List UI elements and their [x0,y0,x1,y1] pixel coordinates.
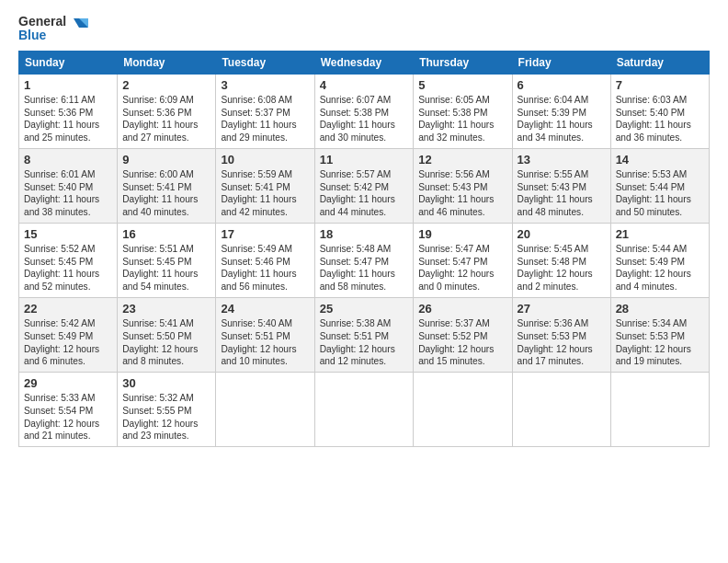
day-info: Sunrise: 5:57 AM Sunset: 5:42 PM Dayligh… [320,168,409,219]
day-number: 13 [518,153,606,167]
day-number: 26 [418,302,506,316]
calendar-cell: 15 Sunrise: 5:52 AM Sunset: 5:45 PM Dayl… [19,223,118,297]
calendar-cell: 28 Sunrise: 5:34 AM Sunset: 5:53 PM Dayl… [610,297,709,372]
day-number: 15 [24,227,112,241]
day-info: Sunrise: 6:00 AM Sunset: 5:41 PM Dayligh… [122,168,210,219]
calendar-cell: 22 Sunrise: 5:42 AM Sunset: 5:49 PM Dayl… [19,297,118,372]
calendar-cell: 18 Sunrise: 5:48 AM Sunset: 5:47 PM Dayl… [314,223,414,297]
day-number: 21 [616,227,704,241]
day-number: 1 [24,78,112,92]
calendar-cell: 19 Sunrise: 5:47 AM Sunset: 5:47 PM Dayl… [414,223,512,297]
day-info: Sunrise: 6:07 AM Sunset: 5:38 PM Dayligh… [320,94,409,144]
calendar-cell: 25 Sunrise: 5:38 AM Sunset: 5:51 PM Dayl… [314,297,414,372]
day-info: Sunrise: 5:53 AM Sunset: 5:44 PM Dayligh… [616,168,704,219]
weekday-header-sunday: Sunday [19,51,118,74]
day-info: Sunrise: 5:40 AM Sunset: 5:51 PM Dayligh… [221,317,309,368]
calendar-week-2: 8 Sunrise: 6:01 AM Sunset: 5:40 PM Dayli… [19,148,710,223]
day-number: 20 [518,227,606,241]
day-number: 3 [221,78,309,92]
day-number: 27 [518,302,606,316]
day-number: 19 [418,227,506,241]
day-info: Sunrise: 5:36 AM Sunset: 5:53 PM Dayligh… [518,317,606,368]
calendar-cell: 2 Sunrise: 6:09 AM Sunset: 5:36 PM Dayli… [118,74,216,148]
day-info: Sunrise: 6:05 AM Sunset: 5:38 PM Dayligh… [418,94,506,144]
calendar-cell: 27 Sunrise: 5:36 AM Sunset: 5:53 PM Dayl… [512,297,610,372]
logo-container: General Blue [18,15,88,43]
calendar-cell: 20 Sunrise: 5:45 AM Sunset: 5:48 PM Dayl… [512,223,610,297]
calendar-cell [610,373,709,447]
day-number: 30 [122,376,210,390]
day-number: 17 [221,227,309,241]
day-number: 5 [418,78,506,92]
day-info: Sunrise: 5:38 AM Sunset: 5:51 PM Dayligh… [320,317,409,368]
day-info: Sunrise: 5:51 AM Sunset: 5:45 PM Dayligh… [122,243,210,293]
calendar-cell: 6 Sunrise: 6:04 AM Sunset: 5:39 PM Dayli… [512,74,610,148]
day-info: Sunrise: 6:11 AM Sunset: 5:36 PM Dayligh… [24,94,112,144]
logo-text-block: General Blue [18,15,66,43]
day-info: Sunrise: 5:33 AM Sunset: 5:54 PM Dayligh… [24,392,112,442]
day-number: 22 [24,302,112,316]
calendar-week-1: 1 Sunrise: 6:11 AM Sunset: 5:36 PM Dayli… [19,74,710,148]
logo: General Blue [18,15,88,43]
calendar-week-5: 29 Sunrise: 5:33 AM Sunset: 5:54 PM Dayl… [19,373,710,447]
logo-blue: Blue [18,29,66,42]
day-number: 25 [320,302,409,316]
calendar-cell: 10 Sunrise: 5:59 AM Sunset: 5:41 PM Dayl… [216,148,314,223]
weekday-header-wednesday: Wednesday [314,51,414,74]
weekday-header-thursday: Thursday [414,51,512,74]
day-number: 8 [24,153,112,167]
calendar-cell: 3 Sunrise: 6:08 AM Sunset: 5:37 PM Dayli… [216,74,314,148]
day-number: 4 [320,78,409,92]
day-info: Sunrise: 6:04 AM Sunset: 5:39 PM Dayligh… [518,94,606,144]
calendar-week-3: 15 Sunrise: 5:52 AM Sunset: 5:45 PM Dayl… [19,223,710,297]
day-info: Sunrise: 5:48 AM Sunset: 5:47 PM Dayligh… [320,243,409,293]
calendar-cell: 11 Sunrise: 5:57 AM Sunset: 5:42 PM Dayl… [314,148,414,223]
day-number: 7 [616,78,704,92]
calendar-cell: 13 Sunrise: 5:55 AM Sunset: 5:43 PM Dayl… [512,148,610,223]
day-info: Sunrise: 6:09 AM Sunset: 5:36 PM Dayligh… [122,94,210,144]
day-number: 6 [518,78,606,92]
calendar-week-4: 22 Sunrise: 5:42 AM Sunset: 5:49 PM Dayl… [19,297,710,372]
calendar-cell: 14 Sunrise: 5:53 AM Sunset: 5:44 PM Dayl… [610,148,709,223]
day-number: 28 [616,302,704,316]
calendar-cell: 12 Sunrise: 5:56 AM Sunset: 5:43 PM Dayl… [414,148,512,223]
weekday-header-tuesday: Tuesday [216,51,314,74]
calendar-table: SundayMondayTuesdayWednesdayThursdayFrid… [18,51,710,447]
day-info: Sunrise: 6:08 AM Sunset: 5:37 PM Dayligh… [221,94,309,144]
calendar-cell: 7 Sunrise: 6:03 AM Sunset: 5:40 PM Dayli… [610,74,709,148]
calendar-cell: 9 Sunrise: 6:00 AM Sunset: 5:41 PM Dayli… [118,148,216,223]
calendar-cell [512,373,610,447]
day-number: 24 [221,302,309,316]
day-number: 9 [122,153,210,167]
day-info: Sunrise: 5:34 AM Sunset: 5:53 PM Dayligh… [616,317,704,368]
day-info: Sunrise: 6:01 AM Sunset: 5:40 PM Dayligh… [24,168,112,219]
day-info: Sunrise: 5:32 AM Sunset: 5:55 PM Dayligh… [122,392,210,442]
day-info: Sunrise: 5:52 AM Sunset: 5:45 PM Dayligh… [24,243,112,293]
calendar-cell: 30 Sunrise: 5:32 AM Sunset: 5:55 PM Dayl… [118,373,216,447]
day-number: 11 [320,153,409,167]
day-info: Sunrise: 5:47 AM Sunset: 5:47 PM Dayligh… [418,243,506,293]
calendar-cell [414,373,512,447]
day-info: Sunrise: 6:03 AM Sunset: 5:40 PM Dayligh… [616,94,704,144]
calendar-cell: 23 Sunrise: 5:41 AM Sunset: 5:50 PM Dayl… [118,297,216,372]
day-info: Sunrise: 5:44 AM Sunset: 5:49 PM Dayligh… [616,243,704,293]
logo-bird-icon [70,17,88,37]
day-number: 16 [122,227,210,241]
day-number: 10 [221,153,309,167]
day-info: Sunrise: 5:59 AM Sunset: 5:41 PM Dayligh… [221,168,309,219]
calendar-cell [216,373,314,447]
calendar-cell: 29 Sunrise: 5:33 AM Sunset: 5:54 PM Dayl… [19,373,118,447]
day-number: 18 [320,227,409,241]
calendar-cell: 1 Sunrise: 6:11 AM Sunset: 5:36 PM Dayli… [19,74,118,148]
weekday-header-saturday: Saturday [610,51,709,74]
day-number: 14 [616,153,704,167]
calendar-cell: 5 Sunrise: 6:05 AM Sunset: 5:38 PM Dayli… [414,74,512,148]
day-info: Sunrise: 5:55 AM Sunset: 5:43 PM Dayligh… [518,168,606,219]
calendar-cell: 21 Sunrise: 5:44 AM Sunset: 5:49 PM Dayl… [610,223,709,297]
calendar-cell: 8 Sunrise: 6:01 AM Sunset: 5:40 PM Dayli… [19,148,118,223]
calendar-cell: 24 Sunrise: 5:40 AM Sunset: 5:51 PM Dayl… [216,297,314,372]
day-info: Sunrise: 5:45 AM Sunset: 5:48 PM Dayligh… [518,243,606,293]
day-number: 23 [122,302,210,316]
day-info: Sunrise: 5:37 AM Sunset: 5:52 PM Dayligh… [418,317,506,368]
day-number: 29 [24,376,112,390]
